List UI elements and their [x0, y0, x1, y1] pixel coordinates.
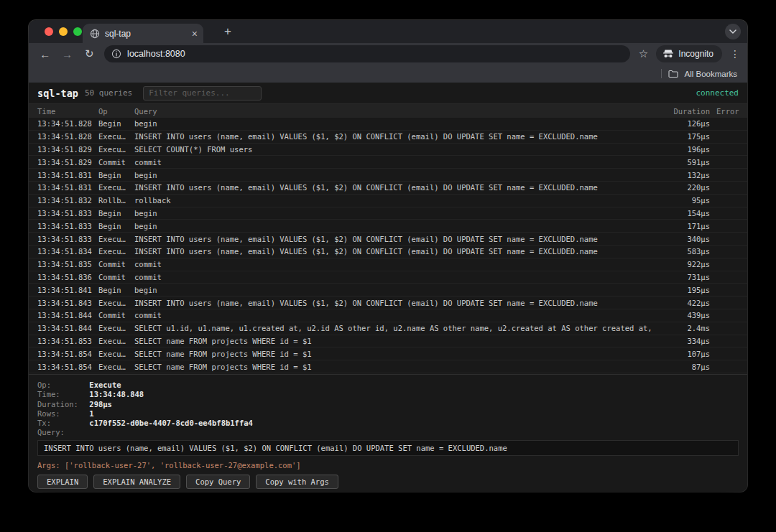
row-duration: 583µs	[652, 247, 710, 256]
column-header-duration: Duration	[652, 107, 710, 116]
table-row[interactable]: 13:34:51.833 Execu… INSERT INTO users (n…	[29, 233, 747, 246]
table-row[interactable]: 13:34:51.831 Execu… INSERT INTO users (n…	[29, 182, 747, 195]
table-row[interactable]: 13:34:51.841 Begin begin 195µs	[29, 284, 747, 297]
browser-menu-icon[interactable]: ⋮	[730, 48, 740, 60]
table-row[interactable]: 13:34:51.833 Begin begin 171µs	[29, 220, 747, 233]
row-query: commit	[134, 260, 652, 269]
table-row[interactable]: 13:34:51.828 Execu… INSERT INTO users (n…	[29, 131, 747, 144]
reload-icon[interactable]: ↻	[83, 47, 96, 60]
row-op: Execu…	[98, 145, 134, 154]
detail-buttons: EXPLAIN EXPLAIN ANALYZE Copy Query Copy …	[37, 475, 739, 489]
row-time: 13:34:51.834	[37, 247, 98, 256]
table-row[interactable]: 13:34:51.844 Commit commit 439µs	[29, 309, 747, 322]
detail-field-label: Tx:	[37, 419, 85, 428]
copy-with-args-button[interactable]: Copy with Args	[256, 475, 338, 489]
detail-field-value: 13:34:48.848	[89, 390, 144, 398]
row-duration: 439µs	[652, 311, 710, 319]
row-time: 13:34:51.833	[37, 222, 98, 230]
copy-query-button[interactable]: Copy Query	[186, 475, 250, 489]
row-query: begin	[134, 222, 652, 230]
table-row[interactable]: 13:34:51.829 Commit commit 591µs	[29, 156, 747, 169]
bookmarks-separator	[661, 69, 662, 78]
row-duration: 731µs	[652, 273, 710, 281]
all-bookmarks-button[interactable]: All Bookmarks	[685, 70, 738, 78]
back-icon[interactable]: ←	[39, 48, 52, 60]
row-op: Execu…	[98, 299, 134, 307]
row-op: Execu…	[98, 247, 134, 256]
bookmark-star-icon[interactable]: ☆	[639, 47, 648, 60]
column-header-time: Time	[37, 107, 98, 116]
detail-field: Time: 13:34:48.848	[37, 390, 739, 399]
tab-close-icon[interactable]: ×	[192, 29, 198, 39]
row-duration: 87µs	[652, 363, 710, 371]
row-query: begin	[134, 171, 652, 179]
tab-strip: sql-tap × +	[29, 20, 747, 43]
browser-toolbar: ← → ↻ localhost:8080 ☆ Incognito	[29, 43, 747, 65]
table-row[interactable]: 13:34:51.853 Execu… SELECT name FROM pro…	[29, 335, 747, 348]
row-query: INSERT INTO users (name, email) VALUES (…	[134, 247, 652, 256]
globe-favicon-icon	[90, 29, 100, 39]
detail-args: Args: ['rollback-user-27', 'rollback-use…	[37, 461, 739, 470]
row-time: 13:34:51.831	[37, 171, 98, 179]
row-time: 13:34:51.841	[37, 286, 98, 294]
table-row[interactable]: 13:34:51.844 Execu… SELECT u1.id, u1.nam…	[29, 322, 747, 335]
table-row[interactable]: 13:34:51.829 Execu… SELECT COUNT(*) FROM…	[29, 144, 747, 157]
traffic-lights	[45, 27, 82, 36]
tab-sql-tap[interactable]: sql-tap ×	[83, 24, 203, 43]
row-op: Begin	[98, 171, 134, 179]
row-query: begin	[134, 119, 652, 128]
table-row[interactable]: 13:34:51.836 Commit commit 731µs	[29, 271, 747, 284]
table-row[interactable]: 13:34:51.832 Rollb… rollback 95µs	[29, 195, 747, 207]
detail-field-label: Time:	[37, 390, 85, 399]
table-row[interactable]: 13:34:51.835 Commit commit 922µs	[29, 258, 747, 271]
filter-queries-input[interactable]	[143, 86, 262, 101]
row-duration: 922µs	[652, 260, 710, 269]
forward-icon[interactable]: →	[61, 48, 74, 60]
site-info-icon[interactable]	[111, 49, 121, 59]
table-row[interactable]: 13:34:51.843 Execu… INSERT INTO users (n…	[29, 297, 747, 309]
row-duration: 195µs	[652, 286, 710, 294]
row-query: SELECT name FROM projects WHERE id = $1	[134, 337, 652, 345]
query-table-body: 13:34:51.828 Begin begin 126µs 13:34:51.…	[29, 118, 747, 374]
row-duration: 132µs	[652, 171, 710, 179]
table-row[interactable]: 13:34:51.833 Begin begin 154µs	[29, 207, 747, 220]
explain-analyze-button[interactable]: EXPLAIN ANALYZE	[93, 475, 180, 489]
row-time: 13:34:51.844	[37, 311, 98, 319]
close-window-button[interactable]	[45, 27, 53, 36]
folder-icon	[668, 70, 678, 78]
row-duration: 196µs	[652, 145, 710, 154]
zoom-window-button[interactable]	[73, 27, 82, 36]
row-query: INSERT INTO users (name, email) VALUES (…	[134, 183, 652, 192]
bookmarks-bar: All Bookmarks	[29, 65, 747, 83]
sql-tap-app: sql-tap 50 queries connected Time Op Que…	[29, 83, 747, 492]
explain-button[interactable]: EXPLAIN	[37, 475, 88, 489]
row-op: Execu…	[98, 183, 134, 192]
column-header-error: Error	[710, 107, 739, 116]
row-time: 13:34:51.829	[37, 158, 98, 167]
app-title: sql-tap	[37, 88, 78, 99]
row-op: Execu…	[98, 324, 134, 332]
row-op: Commit	[98, 158, 134, 167]
row-op: Execu…	[98, 235, 134, 243]
incognito-label: Incognito	[678, 49, 713, 59]
table-row[interactable]: 13:34:51.834 Execu… INSERT INTO users (n…	[29, 246, 747, 258]
row-time: 13:34:51.854	[37, 363, 98, 371]
row-query: INSERT INTO users (name, email) VALUES (…	[134, 132, 652, 141]
table-row[interactable]: 13:34:51.854 Execu… SELECT name FROM pro…	[29, 347, 747, 360]
row-query: SELECT COUNT(*) FROM users	[134, 145, 652, 154]
table-row[interactable]: 13:34:51.854 Execu… SELECT name FROM pro…	[29, 360, 747, 373]
address-bar[interactable]: localhost:8080	[104, 45, 630, 62]
minimize-window-button[interactable]	[59, 27, 68, 36]
row-query: rollback	[134, 196, 652, 205]
table-row[interactable]: 13:34:51.831 Begin begin 132µs	[29, 169, 747, 182]
row-op: Begin	[98, 119, 134, 128]
row-duration: 2.4ms	[652, 324, 710, 332]
row-op: Execu…	[98, 363, 134, 371]
detail-field: Tx: c170f552-d0be-4407-8cd0-ee4bf8b1ffa4	[37, 419, 739, 428]
detail-field-label: Duration:	[37, 400, 85, 409]
row-query: commit	[134, 273, 652, 281]
table-row[interactable]: 13:34:51.828 Begin begin 126µs	[29, 118, 747, 131]
tab-search-button[interactable]	[725, 24, 741, 39]
browser-window: sql-tap × + ← → ↻ localhost:8080 ☆	[29, 20, 747, 492]
new-tab-button[interactable]: +	[221, 25, 234, 38]
